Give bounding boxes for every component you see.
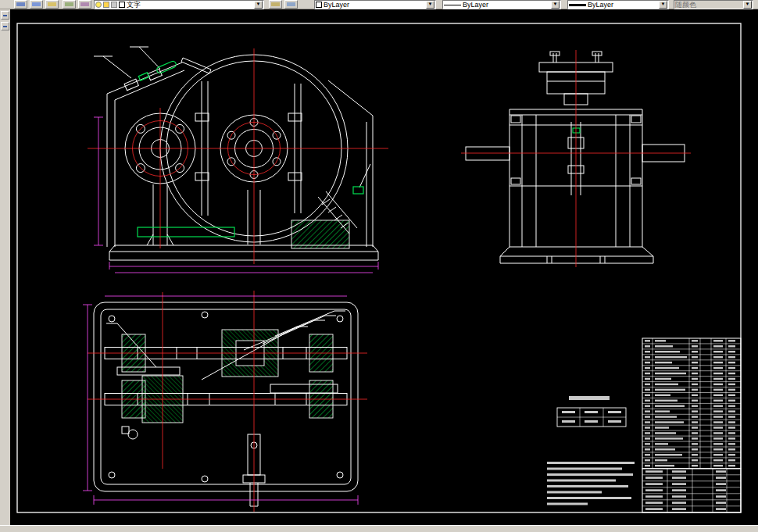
lineweight-combo-arrow-icon[interactable]: ▼ — [659, 1, 667, 9]
plot-style-combo-arrow-icon[interactable]: ▼ — [743, 1, 752, 9]
open-drawing-icon[interactable] — [30, 0, 43, 9]
object-properties-toolbar: 文字 ▼ ByLayer ▼ ByLayer ▼ ByLayer ▼ 随颜色 ▼ — [0, 0, 758, 9]
layers-icon[interactable] — [63, 0, 76, 9]
drawing-canvas[interactable] — [10, 9, 758, 526]
layer-properties-icon[interactable] — [78, 0, 91, 9]
side-view-geometry — [466, 52, 685, 263]
plot-style-combo[interactable]: 随颜色 ▼ — [674, 0, 753, 9]
linetype-combo[interactable]: ByLayer ▼ — [442, 0, 561, 9]
color-combo-arrow-icon[interactable]: ▼ — [426, 1, 434, 9]
linetype-combo-value: ByLayer — [463, 1, 549, 9]
color-combo[interactable]: ByLayer ▼ — [314, 0, 436, 9]
sheet-border — [17, 23, 741, 512]
save-glyph — [48, 2, 56, 6]
new-drawing-icon[interactable] — [14, 0, 27, 9]
section-view-hatching — [122, 330, 333, 423]
polyline-tool-glyph — [3, 26, 7, 27]
layer-previous-icon[interactable] — [284, 0, 298, 9]
new-drawing-glyph — [16, 2, 25, 6]
lineweight-sample-icon — [569, 4, 586, 6]
window-bottom-edge — [0, 525, 758, 532]
line-tool-glyph — [3, 15, 7, 16]
layer-color-swatch — [119, 2, 125, 8]
layer-combo-value: 文字 — [127, 1, 252, 9]
plot-style-combo-value: 随颜色 — [675, 1, 742, 9]
line-tool-icon[interactable] — [1, 11, 9, 20]
layer-previous-glyph — [287, 2, 295, 6]
linetype-sample-icon — [444, 5, 461, 5]
make-object-layer-current-glyph — [271, 2, 280, 6]
make-object-layer-current-icon[interactable] — [269, 0, 282, 9]
front-view — [88, 47, 388, 273]
open-drawing-glyph — [32, 2, 41, 6]
layer-combo-arrow-icon[interactable]: ▼ — [254, 1, 263, 9]
color-combo-value: ByLayer — [324, 1, 424, 9]
layer-lock-icon — [111, 2, 117, 8]
front-view-oil-sump-hatch — [291, 220, 349, 248]
side-view-key-detail — [573, 128, 580, 133]
polyline-tool-icon[interactable] — [1, 22, 9, 30]
left-toolbar-dock — [0, 9, 10, 526]
save-icon[interactable] — [45, 0, 59, 9]
cad-application-window: { "toolbar": { "layer_combo": { "value":… — [0, 0, 758, 532]
linetype-combo-arrow-icon[interactable]: ▼ — [551, 1, 560, 9]
lineweight-combo[interactable]: ByLayer ▼ — [567, 0, 669, 9]
layers-glyph — [65, 2, 73, 6]
layer-properties-glyph — [80, 2, 89, 6]
lineweight-combo-value: ByLayer — [588, 1, 657, 9]
layer-combo[interactable]: 文字 ▼ — [94, 0, 264, 9]
side-view — [461, 50, 691, 267]
gearbox-assembly-drawing — [10, 9, 758, 526]
current-color-swatch — [316, 2, 322, 8]
parts-list-and-title-block — [547, 338, 741, 512]
layer-thaw-icon — [103, 2, 109, 8]
side-view-centerlines — [461, 50, 691, 267]
layer-on-icon — [95, 2, 102, 8]
drain-plug-icon — [353, 187, 363, 194]
section-view — [83, 291, 367, 512]
